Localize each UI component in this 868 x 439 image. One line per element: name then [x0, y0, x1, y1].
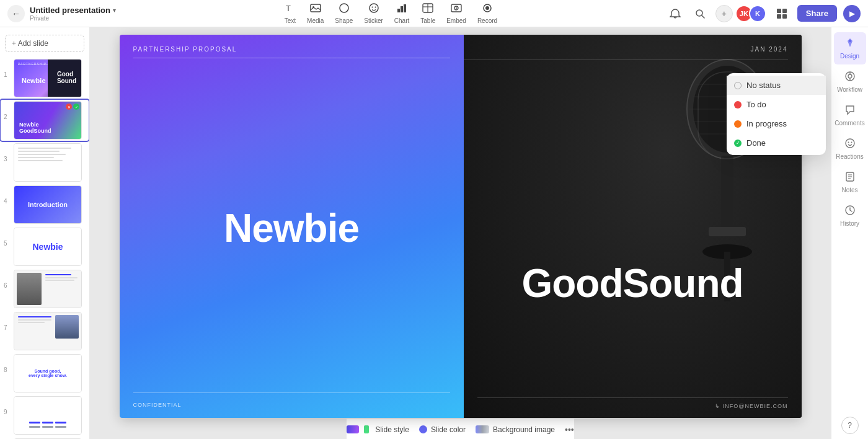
- partnership-label: PARTNERSHIP PROPOSAL: [133, 46, 237, 53]
- to-do-icon: [734, 101, 742, 109]
- text-icon: T: [285, 2, 296, 16]
- chart-label: Chart: [394, 17, 409, 24]
- right-sidebar: Design Workflow Comments Reactions Notes: [831, 27, 868, 439]
- reactions-label: Reactions: [836, 153, 863, 160]
- media-icon: [310, 2, 321, 16]
- add-slide-button[interactable]: + Add slide: [5, 35, 84, 52]
- sidebar-item-comments[interactable]: Comments: [834, 99, 866, 131]
- no-status-icon: [734, 82, 742, 89]
- help-button[interactable]: ?: [841, 417, 859, 434]
- svg-point-4: [370, 4, 378, 12]
- svg-point-6: [374, 7, 376, 8]
- slide-color-label: Slide color: [431, 425, 466, 434]
- embed-icon: [451, 2, 462, 16]
- svg-rect-21: [782, 9, 787, 13]
- reactions-icon: [844, 138, 856, 151]
- slide-thumbnail-7: [14, 312, 82, 350]
- slide-right-footer: ↳ INFO@NEWBIE.COM: [477, 397, 788, 409]
- add-collaborator-button[interactable]: +: [715, 5, 733, 22]
- svg-point-38: [848, 74, 852, 78]
- svg-rect-9: [404, 4, 406, 12]
- back-button[interactable]: ←: [7, 5, 25, 22]
- media-label: Media: [307, 17, 324, 24]
- slide-thumbnail-5: Newbie: [14, 228, 82, 266]
- done-label: Done: [746, 138, 766, 148]
- confidential-label: CONFIDENTIAL: [133, 402, 182, 408]
- dropdown-item-to-do[interactable]: To do: [727, 95, 826, 114]
- avatar-group: + JK K: [715, 5, 766, 22]
- slide-item[interactable]: 9: [0, 394, 89, 437]
- sticker-icon: [368, 2, 379, 16]
- slide-item[interactable]: 3: [0, 141, 89, 184]
- slide-thumbnail-9: [14, 396, 82, 435]
- slide-item[interactable]: 6: [0, 268, 89, 310]
- tool-chart[interactable]: Chart: [394, 2, 409, 24]
- dropdown-item-done[interactable]: ✓ Done: [727, 133, 826, 153]
- slide-style-label: Slide style: [375, 425, 409, 434]
- slide-item[interactable]: 4 Introduction: [0, 184, 89, 226]
- design-label: Design: [840, 53, 859, 60]
- tool-sticker[interactable]: Sticker: [364, 2, 383, 24]
- sidebar-item-history[interactable]: History: [834, 200, 866, 232]
- slide-left-header: PARTNERSHIP PROPOSAL: [120, 35, 464, 53]
- svg-point-42: [848, 142, 849, 143]
- slide-canvas[interactable]: PARTNERSHIP PROPOSAL Newbie CONFIDENTIAL: [120, 35, 802, 418]
- slide-item[interactable]: 5 Newbie: [0, 226, 89, 268]
- svg-rect-20: [777, 9, 781, 13]
- svg-rect-23: [782, 14, 787, 19]
- svg-point-36: [849, 40, 851, 42]
- svg-marker-15: [456, 7, 458, 9]
- sidebar-item-notes[interactable]: Notes: [834, 166, 866, 198]
- slide-left-panel: PARTNERSHIP PROPOSAL Newbie CONFIDENTIAL: [120, 35, 464, 418]
- sidebar-item-reactions[interactable]: Reactions: [834, 133, 866, 165]
- email-label: ↳ INFO@NEWBIE.COM: [477, 403, 788, 409]
- dropdown-item-no-status[interactable]: No status: [727, 76, 826, 95]
- search-button[interactable]: [691, 4, 709, 23]
- slide-style-item[interactable]: Slide style: [347, 425, 409, 434]
- svg-text:T: T: [286, 4, 291, 13]
- chart-icon: [396, 2, 407, 16]
- svg-point-5: [371, 7, 373, 8]
- table-label: Table: [420, 17, 435, 24]
- sidebar-item-workflow[interactable]: Workflow: [834, 66, 866, 98]
- tool-text[interactable]: T Text: [285, 2, 296, 24]
- topbar: ← Untitled presentation ▾ Private T Text…: [0, 0, 868, 27]
- slide-item[interactable]: 8 Sound good,every single show.: [0, 352, 89, 394]
- slide-style-icon: [347, 425, 359, 433]
- present-button[interactable]: ▶: [843, 5, 861, 22]
- slide-item[interactable]: 2 ✕ ✓ NewbieGoodSound: [0, 99, 89, 141]
- sidebar-item-design[interactable]: Design: [834, 32, 866, 64]
- share-button[interactable]: Share: [797, 5, 837, 22]
- no-status-label: No status: [746, 81, 781, 90]
- title-chevron-icon[interactable]: ▾: [113, 7, 116, 14]
- design-icon: [844, 37, 856, 51]
- history-icon: [844, 205, 856, 218]
- slide-item[interactable]: 10 Team: [0, 437, 89, 439]
- bottom-bar: Slide style Slide color Background image…: [347, 418, 574, 439]
- tool-embed[interactable]: Embed: [446, 2, 466, 24]
- slide-thumbnail-2: ✕ ✓ NewbieGoodSound: [14, 101, 82, 140]
- topbar-center: T Text Media Shape Sticker Char: [285, 2, 497, 24]
- grid-view-button[interactable]: [773, 4, 791, 23]
- goodsound-title: GoodSound: [464, 260, 802, 306]
- slide-thumbnail-1: PARTNERSHIP Newbie GoodSound: [14, 59, 82, 97]
- to-do-label: To do: [746, 100, 766, 109]
- slide-item[interactable]: 7: [0, 310, 89, 352]
- text-label: Text: [285, 17, 296, 24]
- notifications-button[interactable]: [666, 4, 684, 23]
- svg-rect-32: [709, 227, 746, 236]
- dropdown-item-in-progress[interactable]: In progress: [727, 114, 826, 133]
- slide-item[interactable]: 1 PARTNERSHIP Newbie GoodSound: [0, 57, 89, 99]
- tool-media[interactable]: Media: [307, 2, 324, 24]
- svg-rect-7: [397, 9, 400, 12]
- slide-color-item[interactable]: Slide color: [419, 425, 466, 434]
- table-icon: [422, 2, 433, 16]
- tool-record[interactable]: Record: [477, 2, 497, 24]
- background-image-item[interactable]: Background image: [476, 425, 555, 434]
- tool-shape[interactable]: Shape: [335, 2, 353, 24]
- svg-rect-22: [777, 14, 781, 19]
- history-label: History: [840, 220, 859, 227]
- more-options-button[interactable]: •••: [565, 425, 574, 435]
- tool-table[interactable]: Table: [420, 2, 435, 24]
- embed-label: Embed: [446, 17, 466, 24]
